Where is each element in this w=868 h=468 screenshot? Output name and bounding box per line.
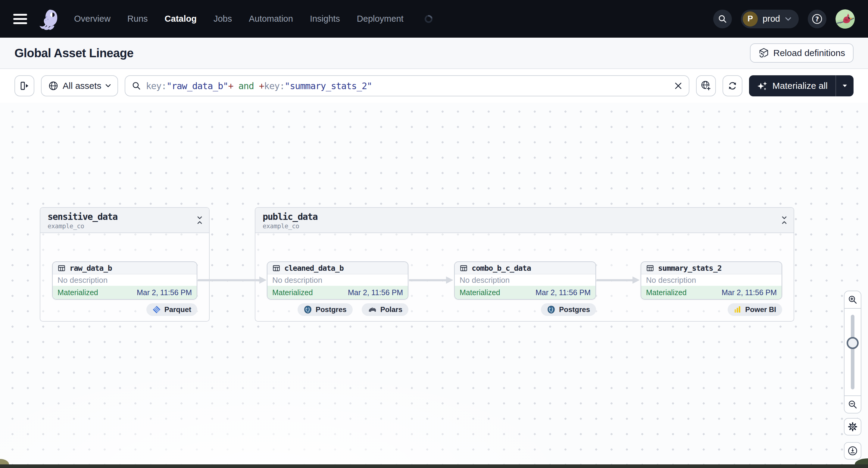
postgres-logo-icon xyxy=(547,305,555,314)
tag-postgres[interactable]: Postgres xyxy=(298,303,353,316)
status-badge: Materialized xyxy=(460,288,500,297)
graph-settings-button[interactable] xyxy=(844,418,861,435)
refresh-button[interactable] xyxy=(722,75,742,96)
top-nav-bar: Overview Runs Catalog Jobs Automation In… xyxy=(0,0,868,38)
asset-name: combo_b_c_data xyxy=(472,264,531,273)
asset-scope-dropdown[interactable]: All assets xyxy=(41,75,118,96)
zoom-control xyxy=(844,291,861,413)
asset-description: No description xyxy=(53,274,197,286)
asset-name: raw_data_b xyxy=(69,264,112,273)
search-button[interactable] xyxy=(713,10,732,28)
collapse-group-button[interactable] xyxy=(781,216,787,225)
hamburger-menu-icon[interactable] xyxy=(13,14,27,24)
asset-scope-label: All assets xyxy=(63,81,101,91)
globe-icon xyxy=(48,81,58,91)
table-icon xyxy=(58,264,66,272)
asset-node-combo-b-c-data[interactable]: combo_b_c_data No description Materializ… xyxy=(454,261,596,300)
tag-postgres[interactable]: Postgres xyxy=(541,303,596,316)
asset-description: No description xyxy=(455,274,595,286)
nav-item-deployment[interactable]: Deployment xyxy=(357,14,404,24)
nav-item-insights[interactable]: Insights xyxy=(310,14,340,24)
group-location: example_co xyxy=(48,223,202,230)
zoom-out-button[interactable] xyxy=(844,396,861,413)
materialize-all-label: Materialize all xyxy=(773,81,828,91)
postgres-logo-icon xyxy=(304,305,312,314)
download-image-button[interactable] xyxy=(844,442,861,460)
group-name: public_data xyxy=(262,211,786,222)
nav-item-automation[interactable]: Automation xyxy=(249,14,293,24)
materialization-timestamp[interactable]: Mar 2, 11:56 PM xyxy=(348,288,403,297)
reload-definitions-button[interactable]: Reload definitions xyxy=(750,43,854,63)
zoom-in-icon xyxy=(848,295,858,305)
asset-name: summary_stats_2 xyxy=(658,264,722,273)
reload-definitions-label: Reload definitions xyxy=(773,48,845,58)
group-header[interactable]: public_data example_co xyxy=(255,208,794,233)
lineage-edge xyxy=(597,279,633,281)
reload-cube-icon xyxy=(758,48,769,58)
user-avatar[interactable] xyxy=(835,9,855,29)
parquet-logo-icon xyxy=(152,305,161,314)
globe-add-icon xyxy=(701,81,711,91)
nav-item-jobs[interactable]: Jobs xyxy=(214,14,232,24)
asset-status-row: Materialized Mar 2, 11:56 PM xyxy=(641,286,781,299)
tag-label: Polars xyxy=(380,305,402,314)
help-button[interactable]: ? xyxy=(808,10,827,28)
sparkle-icon xyxy=(757,81,768,91)
clear-search-button[interactable] xyxy=(674,82,682,90)
asset-node-summary-stats-2[interactable]: summary_stats_2 No description Materiali… xyxy=(641,261,782,300)
status-badge: Materialized xyxy=(272,288,313,297)
asset-node-header: cleaned_data_b xyxy=(268,262,408,274)
zoom-slider-track[interactable] xyxy=(851,315,855,389)
asset-status-row: Materialized Mar 2, 11:56 PM xyxy=(53,286,197,299)
collapse-group-button[interactable] xyxy=(196,216,203,225)
zoom-slider-thumb[interactable] xyxy=(847,337,859,349)
group-name: sensitive_data xyxy=(48,211,202,222)
nav-right-cluster: P prod ? xyxy=(713,9,855,29)
search-icon xyxy=(132,81,141,90)
collapse-icon xyxy=(781,216,787,225)
powerbi-logo-icon xyxy=(734,306,742,313)
tag-parquet[interactable]: Parquet xyxy=(146,303,197,316)
workspace-avatar: P xyxy=(743,11,758,27)
materialization-timestamp[interactable]: Mar 2, 11:56 PM xyxy=(535,288,591,297)
close-icon xyxy=(674,82,682,90)
asset-node-raw-data-b[interactable]: raw_data_b No description Materialized M… xyxy=(52,261,197,300)
materialize-all-button[interactable]: Materialize all xyxy=(749,75,835,96)
zoom-slider[interactable] xyxy=(844,309,861,396)
open-sidebar-button[interactable] xyxy=(14,75,34,96)
chevron-down-icon xyxy=(105,84,111,88)
asset-search-input[interactable]: key:"raw_data_b"+ and +key:"summary_stat… xyxy=(125,75,689,96)
nav-item-overview[interactable]: Overview xyxy=(74,14,111,24)
nav-item-runs[interactable]: Runs xyxy=(127,14,148,24)
tag-power-bi[interactable]: Power BI xyxy=(727,303,782,316)
materialize-options-button[interactable] xyxy=(836,75,854,96)
view-scope-button[interactable] xyxy=(696,75,716,96)
loading-spinner-icon xyxy=(423,13,434,24)
group-header[interactable]: sensitive_data example_co xyxy=(40,208,209,233)
chevron-down-icon xyxy=(785,17,792,21)
materialization-timestamp[interactable]: Mar 2, 11:56 PM xyxy=(137,288,192,297)
svg-text:?: ? xyxy=(815,15,819,23)
zoom-in-button[interactable] xyxy=(844,291,861,308)
table-icon xyxy=(460,264,468,272)
asset-node-cleaned-data-b[interactable]: cleaned_data_b No description Materializ… xyxy=(267,261,408,300)
polars-logo-icon xyxy=(368,306,377,313)
panel-expand-icon xyxy=(19,81,30,91)
gear-icon xyxy=(847,422,858,432)
materialization-timestamp[interactable]: Mar 2, 11:56 PM xyxy=(722,288,777,297)
workspace-switcher[interactable]: P prod xyxy=(741,10,799,28)
nav-links: Overview Runs Catalog Jobs Automation In… xyxy=(74,14,433,24)
tag-label: Postgres xyxy=(316,305,347,314)
asset-node-header: raw_data_b xyxy=(53,262,197,274)
asset-node-header: combo_b_c_data xyxy=(455,262,595,274)
asset-status-row: Materialized Mar 2, 11:56 PM xyxy=(268,286,408,299)
nav-item-catalog[interactable]: Catalog xyxy=(165,14,197,24)
minimap-corner xyxy=(0,459,9,464)
caret-down-icon xyxy=(842,84,847,88)
lineage-canvas[interactable]: sensitive_data example_co public_data ex… xyxy=(0,103,868,468)
dagster-logo-icon xyxy=(38,8,61,30)
group-location: example_co xyxy=(262,223,786,230)
tag-polars[interactable]: Polars xyxy=(362,303,408,316)
download-icon xyxy=(847,446,858,456)
page-title: Global Asset Lineage xyxy=(14,46,133,60)
